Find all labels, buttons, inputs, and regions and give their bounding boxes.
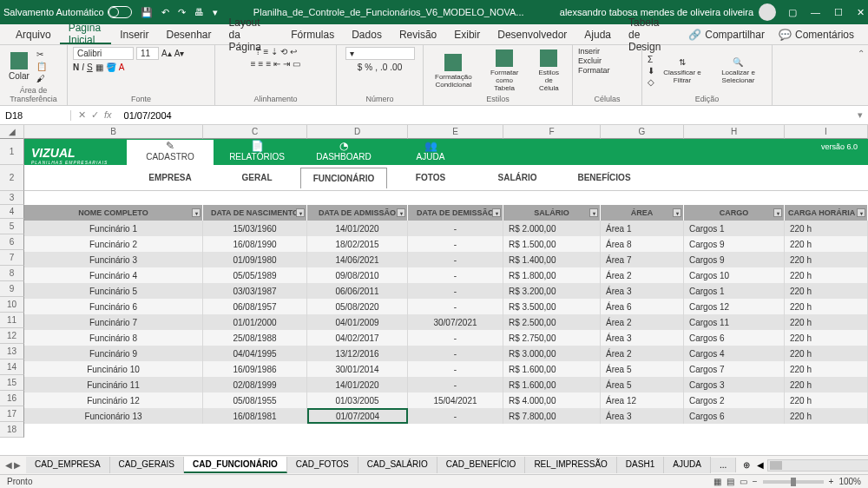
cond-format-button[interactable]: Formatação Condicional xyxy=(429,52,478,90)
cell-nasc[interactable]: 01/09/1980 xyxy=(203,252,307,267)
expand-fbar-icon[interactable]: ▾ xyxy=(852,109,868,121)
currency-icon[interactable]: $ xyxy=(358,63,363,72)
comments-button[interactable]: 💬 Comentários xyxy=(772,29,861,41)
filter-icon[interactable]: ▾ xyxy=(492,208,501,217)
col-área[interactable]: ÁREA▾ xyxy=(601,205,684,221)
cell-carga[interactable]: 220 h xyxy=(785,408,868,424)
cell-carga[interactable]: 220 h xyxy=(785,299,868,314)
cell-carga[interactable]: 220 h xyxy=(785,221,868,236)
sub-tab-empresa[interactable]: EMPRESA xyxy=(127,168,214,188)
wrap-text-icon[interactable]: ↩ xyxy=(290,47,297,56)
sheet-tab-cad_empresa[interactable]: CAD_EMPRESA xyxy=(26,457,110,473)
comma-icon[interactable]: , xyxy=(375,63,378,72)
cell-carga[interactable]: 220 h xyxy=(785,314,868,330)
cell-cargo[interactable]: Cargos 2 xyxy=(684,392,785,408)
underline-icon[interactable]: S xyxy=(87,63,93,72)
indent-dec-icon[interactable]: ⇤ xyxy=(273,59,280,69)
bold-icon[interactable]: N xyxy=(73,63,79,72)
cell-cargo[interactable]: Cargos 12 xyxy=(684,299,785,314)
merge-icon[interactable]: ▭ xyxy=(293,59,300,69)
collapse-ribbon-icon[interactable]: ⌃ xyxy=(854,45,868,105)
col-header-I[interactable]: I xyxy=(785,125,868,139)
cell-adm[interactable]: 14/01/2020 xyxy=(307,377,408,392)
row-header-17[interactable]: 17 xyxy=(0,406,24,422)
format-painter-icon[interactable]: 🖌 xyxy=(36,74,47,83)
table-row[interactable]: Funcinário 1205/08/195501/03/200515/04/2… xyxy=(24,392,868,408)
undo-icon[interactable]: ↶ xyxy=(161,7,169,18)
table-row[interactable]: Funcinário 1016/09/198630/01/2014-R$ 1.6… xyxy=(24,361,868,377)
cell-sal[interactable]: R$ 4.000,00 xyxy=(503,392,601,408)
table-row[interactable]: Funcinário 405/05/198909/08/2010-R$ 1.80… xyxy=(24,267,868,283)
cell-nome[interactable]: Funcinário 2 xyxy=(24,236,203,252)
filter-icon[interactable]: ▾ xyxy=(192,208,201,217)
hscroll-left-icon[interactable]: ◀ xyxy=(757,460,764,470)
ribbon-tab-desenvolvedor[interactable]: Desenvolvedor xyxy=(489,24,575,44)
cell-adm[interactable]: 04/01/2009 xyxy=(307,314,408,330)
cell-adm[interactable]: 09/08/2010 xyxy=(307,267,408,283)
view-layout-icon[interactable]: ▤ xyxy=(727,477,734,486)
cell-sal[interactable]: R$ 2.500,00 xyxy=(503,314,601,330)
cell-area[interactable]: Área 1 xyxy=(601,221,684,236)
italic-icon[interactable]: I xyxy=(82,63,84,72)
dec-inc-icon[interactable]: .0 xyxy=(380,63,387,72)
cell-sal[interactable]: R$ 2.000,00 xyxy=(503,221,601,236)
cell-area[interactable]: Área 3 xyxy=(601,283,684,299)
cell-nome[interactable]: Funcinário 3 xyxy=(24,252,203,267)
row-header-16[interactable]: 16 xyxy=(0,391,24,406)
cell-cargo[interactable]: Cargos 10 xyxy=(684,267,785,283)
nav-tab-relatórios[interactable]: 📄RELATÓRIOS xyxy=(214,140,300,165)
cell-carga[interactable]: 220 h xyxy=(785,267,868,283)
col-header-C[interactable]: C xyxy=(203,125,307,139)
cell-dem[interactable]: - xyxy=(408,361,503,377)
row-header-18[interactable]: 18 xyxy=(0,422,24,438)
table-row[interactable]: Funcinário 825/08/198804/02/2017-R$ 2.75… xyxy=(24,330,868,346)
cell-nome[interactable]: Funcinário 11 xyxy=(24,377,203,392)
sheet-tab-cad_gerais[interactable]: CAD_GERAIS xyxy=(110,457,184,473)
cell-carga[interactable]: 220 h xyxy=(785,236,868,252)
decrease-font-icon[interactable]: A▾ xyxy=(174,49,185,58)
cell-adm[interactable]: 14/01/2020 xyxy=(307,221,408,236)
cell-dem[interactable]: - xyxy=(408,221,503,236)
cell-area[interactable]: Área 7 xyxy=(601,252,684,267)
fx-icon[interactable]: fx xyxy=(104,109,112,121)
cell-sal[interactable]: R$ 1.500,00 xyxy=(503,236,601,252)
col-header-F[interactable]: F xyxy=(503,125,601,139)
cell-area[interactable]: Área 2 xyxy=(601,314,684,330)
cell-adm[interactable]: 01/07/2004 xyxy=(307,408,408,424)
cell-adm[interactable]: 13/12/2016 xyxy=(307,346,408,361)
name-box[interactable]: D18 xyxy=(0,110,71,121)
sub-tab-salário[interactable]: SALÁRIO xyxy=(474,168,561,188)
sort-filter-button[interactable]: ⇅Classificar e Filtrar xyxy=(658,56,707,86)
ribbon-tab-página-inicial[interactable]: Página Inicial xyxy=(60,24,111,44)
col-cargo[interactable]: CARGO▾ xyxy=(684,205,785,221)
col-header-G[interactable]: G xyxy=(601,125,684,139)
cell-nasc[interactable]: 05/08/1955 xyxy=(203,392,307,408)
autosum-icon[interactable]: Σ xyxy=(648,55,654,64)
filter-icon[interactable]: ▾ xyxy=(857,208,865,217)
table-row[interactable]: Funcinário 606/08/195705/08/2020-R$ 3.50… xyxy=(24,299,868,314)
font-name-combo[interactable]: Calibri xyxy=(73,47,134,60)
sheet-nav-next-icon[interactable]: ▶ xyxy=(14,460,21,470)
col-header-B[interactable]: B xyxy=(24,125,203,139)
ribbon-tab-tabela-de-design[interactable]: Tabela de Design xyxy=(620,24,681,44)
cell-adm[interactable]: 05/08/2020 xyxy=(307,299,408,314)
cell-dem[interactable]: - xyxy=(408,283,503,299)
sheet-tab-dash1[interactable]: DASH1 xyxy=(617,457,664,473)
cell-adm[interactable]: 06/06/2011 xyxy=(307,283,408,299)
cell-carga[interactable]: 220 h xyxy=(785,392,868,408)
cell-area[interactable]: Área 2 xyxy=(601,267,684,283)
row-header-12[interactable]: 12 xyxy=(0,328,24,344)
cell-nome[interactable]: Funcinário 4 xyxy=(24,267,203,283)
view-break-icon[interactable]: ▭ xyxy=(740,477,747,486)
cell-nome[interactable]: Funcinário 12 xyxy=(24,392,203,408)
cell-nasc[interactable]: 03/03/1987 xyxy=(203,283,307,299)
paste-button[interactable]: Colar xyxy=(5,50,33,82)
view-normal-icon[interactable]: ▦ xyxy=(713,477,721,486)
cell-cargo[interactable]: Cargos 6 xyxy=(684,330,785,346)
table-row[interactable]: Funcinário 216/08/199018/02/2015-R$ 1.50… xyxy=(24,236,868,252)
cell-area[interactable]: Área 8 xyxy=(601,236,684,252)
cell-nome[interactable]: Funcinário 8 xyxy=(24,330,203,346)
cell-dem[interactable]: - xyxy=(408,267,503,283)
cell-dem[interactable]: - xyxy=(408,236,503,252)
cell-area[interactable]: Área 3 xyxy=(601,330,684,346)
